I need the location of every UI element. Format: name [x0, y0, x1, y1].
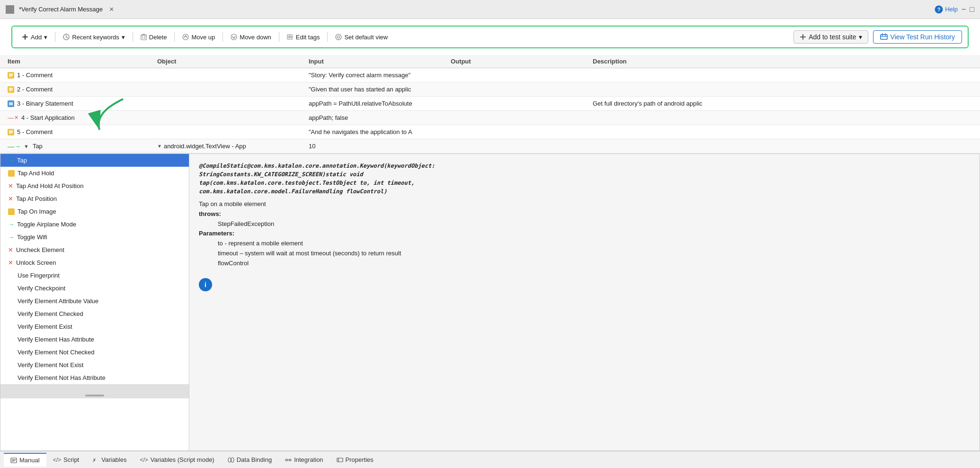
delete-icon — [141, 34, 147, 40]
tap-hold-pos-icon: ✕ — [8, 182, 13, 189]
dropdown-item-verify-element-attribute-value[interactable]: Verify Element Attribute Value — [0, 295, 189, 307]
row-item-3: 3 - Binary Statement — [0, 100, 151, 107]
dropdown-item-label-verify-not-has-attr: Verify Element Not Has Attribute — [18, 374, 106, 381]
svg-rect-35 — [9, 90, 11, 91]
minimize-button[interactable]: − — [962, 5, 966, 14]
table-row[interactable]: 2 - Comment "Given that user has started… — [0, 82, 980, 97]
table-row[interactable]: 1 - Comment "Story: Verify correct alarm… — [0, 68, 980, 82]
add-to-suite-arrow: ▾ — [859, 33, 862, 41]
dropdown-item-verify-not-checked[interactable]: Verify Element Not Checked — [0, 346, 189, 359]
dropdown-item-verify-element-checked[interactable]: Verify Element Checked — [0, 307, 189, 320]
delete-button[interactable]: Delete — [137, 32, 171, 43]
variables-icon: ✗ — [92, 457, 99, 463]
keyword-dropdown-list[interactable]: → Tap Tap And Hold ✕ Tap And Hold At Pos… — [0, 153, 189, 451]
doc-throws-value: StepFailedException — [199, 219, 970, 229]
toolbar-right: Add to test suite ▾ View Test Run Histor… — [793, 30, 962, 44]
dropdown-item-uncheck-element[interactable]: ✕ Uncheck Element — [0, 243, 189, 256]
view-history-label: View Test Run History — [891, 33, 955, 41]
edit-tags-button[interactable]: Edit tags — [283, 32, 324, 43]
doc-panel: @CompileStatic@com.kms.katalon.core.anno… — [189, 153, 980, 451]
add-to-suite-icon — [800, 34, 806, 40]
svg-rect-9 — [141, 35, 146, 40]
row-input-1: "Story: Verify correct alarm message" — [303, 72, 445, 79]
dropdown-item-label-verify-not-exist: Verify Element Not Exist — [18, 361, 83, 369]
dropdown-item-label-toggle-airplane: Toggle Airplane Mode — [17, 221, 76, 228]
row-name-2: 2 - Comment — [17, 86, 53, 93]
svg-point-45 — [228, 458, 231, 462]
dropdown-item-toggle-airplane[interactable]: → Toggle Airplane Mode — [0, 218, 189, 231]
doc-params-label: Parameters: — [199, 230, 234, 237]
dropdown-item-toggle-wifi[interactable]: → Toggle Wifi — [0, 231, 189, 243]
move-up-button[interactable]: Move up — [178, 32, 219, 43]
view-history-icon — [880, 33, 888, 41]
dropdown-item-verify-not-has-attribute[interactable]: Verify Element Not Has Attribute — [0, 371, 189, 384]
toggle-airplane-icon: → — [8, 221, 14, 228]
delete-label: Delete — [149, 34, 167, 41]
row-item-5: 5 - Comment — [0, 128, 151, 135]
table-row[interactable]: 5 - Comment "And he navigates the applic… — [0, 125, 980, 139]
dropdown-item-tap-and-hold-at-position[interactable]: ✕ Tap And Hold At Position — [0, 180, 189, 192]
svg-point-14 — [183, 34, 188, 40]
svg-point-20 — [336, 34, 341, 40]
view-test-run-history-button[interactable]: View Test Run History — [873, 30, 962, 44]
header-input: Input — [303, 58, 445, 65]
add-button[interactable]: Add ▾ — [18, 32, 51, 43]
table-row[interactable]: —✕ 4 - Start Application appPath; false — [0, 111, 980, 125]
comment-icon-2 — [8, 86, 14, 93]
window-title: *Verify Correct Alarm Message — [19, 6, 103, 13]
svg-rect-7 — [22, 36, 28, 37]
move-down-button[interactable]: Move down — [227, 32, 275, 43]
svg-point-47 — [285, 459, 287, 461]
sep2 — [133, 32, 133, 42]
tab-manual-label: Manual — [19, 457, 40, 464]
recent-keywords-button[interactable]: Recent keywords ▾ — [59, 32, 129, 43]
close-button[interactable]: × — [109, 5, 114, 14]
dropdown-item-use-fingerprint[interactable]: Use Fingerprint — [0, 269, 189, 282]
dropdown-item-label-verify-checkpoint: Verify Checkpoint — [18, 285, 65, 292]
sep6 — [327, 32, 328, 42]
dropdown-item-tap[interactable]: → Tap — [0, 154, 189, 167]
help-button[interactable]: ? Help — [935, 5, 958, 14]
dropdown-item-label-verify-attr-value: Verify Element Attribute Value — [18, 297, 98, 305]
tab-script[interactable]: </> Script — [46, 453, 86, 466]
tap-icon: —→ — [8, 143, 21, 150]
tab-properties-label: Properties — [346, 456, 374, 463]
svg-point-46 — [231, 458, 234, 462]
tap-on-image-icon — [8, 208, 15, 215]
comment-icon-1 — [8, 72, 14, 79]
main-content: Item Object Input Output Description 1 -… — [0, 55, 980, 451]
doc-description: Tap on a mobile element throws: StepFail… — [199, 199, 970, 269]
tap-hold-icon — [8, 170, 15, 177]
toggle-wifi-icon: → — [8, 234, 14, 241]
dropdown-item-verify-checkpoint[interactable]: Verify Checkpoint — [0, 282, 189, 295]
tab-integration[interactable]: Integration — [278, 453, 330, 466]
tab-variables-script[interactable]: </> Variables (Script mode) — [133, 453, 221, 466]
table-row[interactable]: 3 - Binary Statement appPath = PathUtil.… — [0, 97, 980, 111]
dropdown-item-verify-not-exist[interactable]: Verify Element Not Exist — [0, 359, 189, 371]
table-row-tap[interactable]: —→ ▼ Tap ▼ android.widget.TextView - App… — [0, 139, 980, 153]
dropdown-item-verify-has-attribute[interactable]: Verify Element Has Attribute — [0, 333, 189, 346]
set-default-view-button[interactable]: Set default view — [331, 32, 392, 43]
header-output: Output — [445, 58, 587, 65]
move-down-label: Move down — [240, 34, 271, 41]
row-name-4: 4 - Start Application — [21, 114, 75, 121]
dropdown-item-label-verify-exist: Verify Element Exist — [18, 323, 72, 330]
dropdown-item-tap-on-image[interactable]: Tap On Image — [0, 205, 189, 218]
tab-properties[interactable]: Properties — [330, 453, 380, 466]
row-name-1: 1 - Comment — [17, 72, 53, 79]
svg-rect-33 — [9, 76, 11, 77]
doc-param1: to - represent a mobile element — [199, 239, 970, 249]
dropdown-item-label-tap-and-hold: Tap And Hold — [18, 170, 54, 177]
add-to-test-suite-button[interactable]: Add to test suite ▾ — [793, 30, 868, 44]
svg-text:?: ? — [937, 7, 941, 12]
dropdown-arrow: ▼ — [24, 144, 29, 149]
tab-variables[interactable]: ✗ Variables — [86, 453, 133, 466]
dropdown-item-verify-element-exist[interactable]: Verify Element Exist — [0, 320, 189, 333]
dropdown-item-tap-and-hold[interactable]: Tap And Hold — [0, 167, 189, 180]
recent-keywords-arrow: ▾ — [122, 34, 125, 41]
maximize-button[interactable]: □ — [970, 5, 974, 14]
dropdown-item-unlock-screen[interactable]: ✕ Unlock Screen — [0, 256, 189, 269]
tab-manual[interactable]: Manual — [4, 453, 46, 467]
tab-data-binding[interactable]: Data Binding — [221, 453, 278, 466]
dropdown-item-tap-at-position[interactable]: ✕ Tap At Position — [0, 192, 189, 205]
